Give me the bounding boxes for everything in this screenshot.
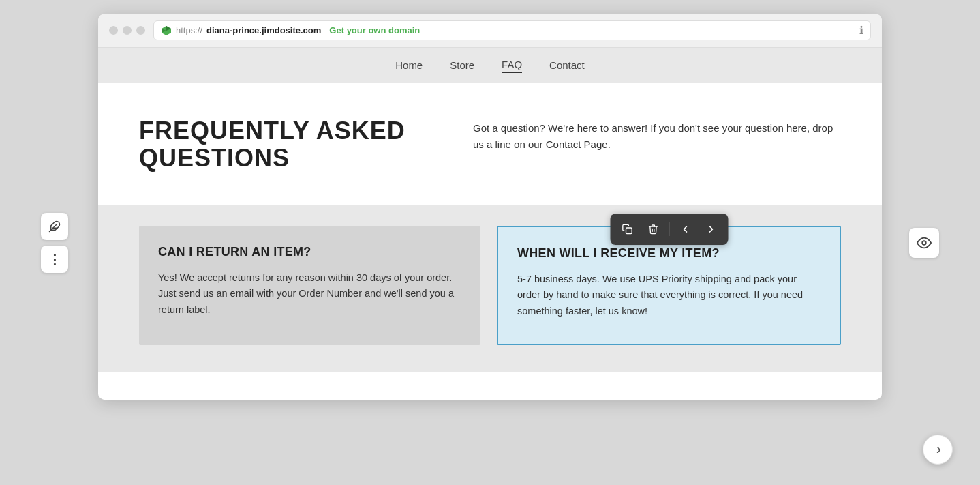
faq-card-returns[interactable]: CAN I RETURN AN ITEM? Yes! We accept ret… — [139, 226, 480, 345]
traffic-light-maximize — [136, 26, 145, 35]
faq-header: FREQUENTLY ASKED QUESTIONS Got a questio… — [139, 117, 841, 171]
faq-title: FREQUENTLY ASKED QUESTIONS — [139, 117, 432, 171]
scroll-right-button[interactable]: › — [923, 435, 953, 465]
address-bar[interactable]: https://diana-prince.jimdosite.com Get y… — [153, 20, 871, 40]
browser-window: https://diana-prince.jimdosite.com Get y… — [98, 14, 882, 400]
pen-tool-button[interactable] — [41, 213, 68, 240]
faq-intro: Got a question? We're here to answer! If… — [473, 117, 841, 153]
traffic-lights — [109, 26, 145, 35]
faq-card-title-returns: CAN I RETURN AN ITEM? — [158, 245, 461, 259]
left-toolbar: ⋮ — [41, 213, 68, 273]
faq-card-text-shipping: 5-7 business days. We use UPS Priority s… — [517, 271, 821, 319]
site-logo — [161, 25, 172, 36]
nav-item-home[interactable]: Home — [395, 58, 423, 72]
more-options-button[interactable]: ⋮ — [41, 246, 68, 273]
url-domain: diana-prince.jimdosite.com — [206, 25, 321, 35]
nav-item-faq[interactable]: FAQ — [502, 57, 522, 73]
faq-intro-text: Got a question? We're here to answer! If… — [473, 122, 833, 150]
browser-chrome: https://diana-prince.jimdosite.com Get y… — [98, 14, 882, 48]
contact-page-link[interactable]: Contact Page. — [546, 138, 611, 150]
eye-button[interactable] — [909, 228, 939, 258]
get-own-domain-cta[interactable]: Get your own domain — [329, 25, 420, 35]
svg-point-2 — [922, 241, 926, 245]
toolbar-next-button[interactable] — [699, 218, 722, 241]
nav-item-contact[interactable]: Contact — [549, 58, 585, 72]
faq-card-title-shipping: WHEN WILL I RECEIVE MY ITEM? — [517, 246, 821, 261]
site-navigation: Home Store FAQ Contact — [98, 48, 882, 83]
traffic-light-close — [109, 26, 118, 35]
right-toolbar — [909, 228, 939, 258]
traffic-light-minimize — [123, 26, 132, 35]
toolbar-copy-button[interactable] — [615, 218, 639, 241]
toolbar-delete-button[interactable] — [641, 218, 664, 241]
faq-card-text-returns: Yes! We accept returns for any reason wi… — [158, 270, 461, 318]
svg-rect-6 — [626, 228, 632, 234]
chevron-right-icon: › — [936, 441, 941, 458]
toolbar-divider — [669, 222, 669, 236]
floating-toolbar — [610, 214, 728, 245]
url-prefix: https:// — [176, 25, 202, 35]
faq-card-shipping[interactable]: WHEN WILL I RECEIVE MY ITEM? 5-7 busines… — [497, 226, 841, 345]
faq-cards-section: CAN I RETURN AN ITEM? Yes! We accept ret… — [98, 205, 882, 372]
nav-item-store[interactable]: Store — [450, 58, 474, 72]
site-content: FREQUENTLY ASKED QUESTIONS Got a questio… — [98, 83, 882, 400]
toolbar-prev-button[interactable] — [673, 218, 696, 241]
more-icon: ⋮ — [48, 251, 61, 267]
info-icon[interactable]: ℹ — [859, 24, 863, 37]
